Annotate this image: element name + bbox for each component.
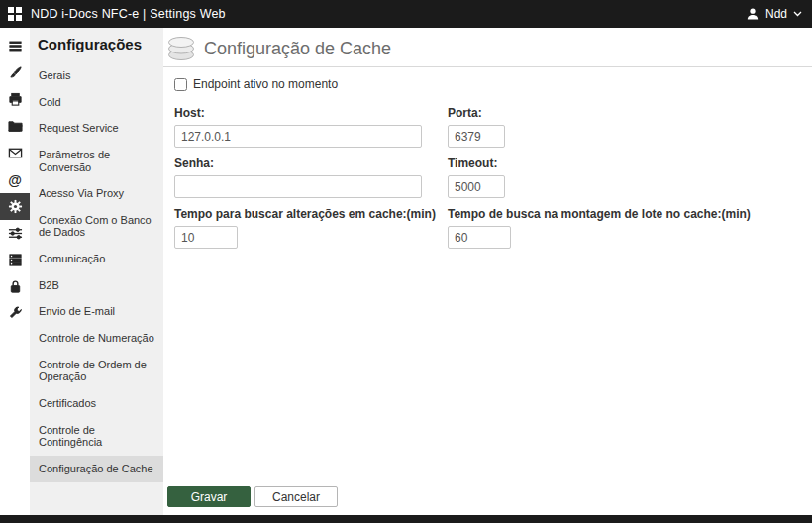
host-input[interactable] bbox=[174, 125, 422, 148]
printer-icon[interactable] bbox=[0, 86, 30, 113]
sidebar-item-parametros-conversao[interactable]: Parâmetros de Conversão bbox=[30, 142, 163, 180]
wrench-icon[interactable] bbox=[0, 300, 30, 327]
sidebar-item-envio-email[interactable]: Envio de E-mail bbox=[30, 298, 163, 325]
endpoint-active-label: Endpoint ativo no momento bbox=[193, 77, 338, 91]
list-icon[interactable] bbox=[0, 247, 30, 273]
porta-input[interactable] bbox=[448, 125, 505, 148]
tempo-lote-input[interactable] bbox=[448, 226, 511, 249]
sidebar-item-configuracao-cache[interactable]: Configuração de Cache bbox=[30, 456, 163, 482]
endpoint-active-checkbox-row[interactable]: Endpoint ativo no momento bbox=[174, 77, 812, 91]
sidebar-title: Configurações bbox=[30, 34, 163, 62]
at-sign-icon[interactable]: @ bbox=[0, 166, 30, 193]
save-button[interactable]: Gravar bbox=[167, 486, 251, 507]
main-content: Configuração de Cache Endpoint ativo no … bbox=[163, 28, 812, 515]
gear-icon[interactable] bbox=[0, 193, 30, 220]
sidebar-item-conexao-banco-dados[interactable]: Conexão Com o Banco de Dados bbox=[30, 207, 163, 246]
senha-input[interactable] bbox=[174, 175, 422, 198]
brush-icon[interactable] bbox=[0, 59, 30, 86]
tempo-alteracoes-input[interactable] bbox=[174, 226, 238, 249]
sidebar-item-gerais[interactable]: Gerais bbox=[30, 62, 163, 89]
sliders-icon[interactable] bbox=[0, 220, 30, 247]
timeout-input[interactable] bbox=[448, 175, 505, 198]
tempo-lote-label: Tempo de busca na montagem de lote no ca… bbox=[448, 207, 812, 221]
chevron-down-icon bbox=[793, 11, 802, 17]
sidebar-item-controle-ordem-operacao[interactable]: Controle de Ordem de Operação bbox=[30, 352, 163, 390]
icon-rail: @ bbox=[0, 28, 30, 515]
menu-icon[interactable] bbox=[0, 33, 30, 59]
lock-icon[interactable] bbox=[0, 273, 30, 300]
apps-grid-icon[interactable] bbox=[8, 7, 22, 21]
settings-sidebar: Configurações Gerais Cold Request Servic… bbox=[30, 28, 163, 515]
sidebar-item-comunicacao[interactable]: Comunicação bbox=[30, 246, 163, 272]
person-icon bbox=[746, 7, 760, 21]
app-title: NDD i-Docs NFC-e | Settings Web bbox=[31, 7, 226, 21]
sidebar-item-request-service[interactable]: Request Service bbox=[30, 115, 163, 142]
envelope-icon[interactable] bbox=[0, 140, 30, 166]
sidebar-item-acesso-via-proxy[interactable]: Acesso Via Proxy bbox=[30, 180, 163, 207]
footer-bar bbox=[0, 515, 812, 523]
user-name: Ndd bbox=[765, 7, 787, 21]
sidebar-item-cold[interactable]: Cold bbox=[30, 89, 163, 116]
endpoint-active-checkbox[interactable] bbox=[174, 78, 187, 91]
app-window: NDD i-Docs NFC-e | Settings Web Ndd bbox=[0, 0, 812, 523]
sidebar-item-b2b[interactable]: B2B bbox=[30, 272, 163, 299]
cancel-button[interactable]: Cancelar bbox=[254, 486, 338, 507]
cache-stack-icon bbox=[165, 35, 197, 62]
host-label: Host: bbox=[174, 106, 448, 120]
tempo-alteracoes-label: Tempo para buscar alterações em cache:(m… bbox=[174, 207, 448, 221]
user-menu[interactable]: Ndd bbox=[746, 7, 802, 21]
sidebar-item-controle-contingencia[interactable]: Controle de Contingência bbox=[30, 417, 163, 456]
porta-label: Porta: bbox=[448, 106, 812, 120]
sidebar-item-certificados[interactable]: Certificados bbox=[30, 390, 163, 417]
senha-label: Senha: bbox=[174, 157, 448, 170]
topbar: NDD i-Docs NFC-e | Settings Web Ndd bbox=[0, 0, 812, 28]
folder-icon[interactable] bbox=[0, 113, 30, 140]
page-title: Configuração de Cache bbox=[204, 39, 391, 59]
sidebar-item-controle-numeracao[interactable]: Controle de Numeração bbox=[30, 325, 163, 352]
timeout-label: Timeout: bbox=[448, 157, 812, 170]
